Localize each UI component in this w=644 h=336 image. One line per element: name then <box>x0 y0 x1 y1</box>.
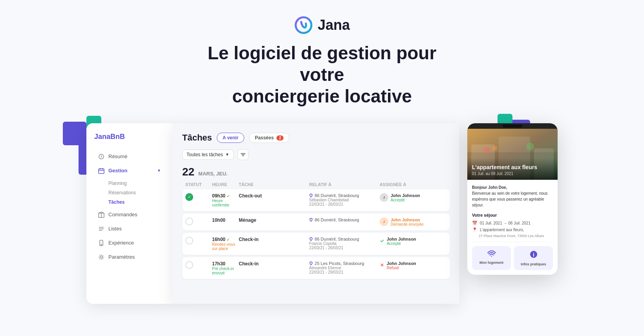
col-assignee: Assignée à <box>380 182 447 187</box>
table-row[interactable]: ✓ 09h30 ✓ Heure confirmée Check-out 86 D… <box>182 189 450 211</box>
location-icon <box>309 194 313 197</box>
sliders-icon <box>240 152 246 157</box>
calendar-icon <box>98 168 104 174</box>
svg-point-11 <box>484 147 490 153</box>
task-time-cell: 10h00 <box>212 217 236 223</box>
svg-point-5 <box>100 256 102 258</box>
brand-bnb: BnB <box>110 133 125 141</box>
sidebar-item-resume[interactable]: Résumé <box>94 150 165 163</box>
tasks-header: Tâches A venir Passées 2 <box>182 133 450 143</box>
page-header: Jana Le logiciel de gestion pour votre c… <box>185 16 459 108</box>
mon-logement-button[interactable]: Mon logement <box>472 246 511 270</box>
greeting-name: John Doe <box>488 185 506 190</box>
mobile-stay-address-row: 📍 L'appartement aux fleurs, 27 Place Mau… <box>472 227 553 238</box>
mobile-notch <box>503 124 522 128</box>
mobile-top-bar <box>467 123 558 129</box>
col-heure: Heure <box>212 182 236 187</box>
task-assignee-cell: John Johnson Accepté <box>380 237 447 246</box>
sidebar-item-experience[interactable]: Expérience <box>94 237 165 249</box>
mobile-greeting: Bonjour John Doe, Bienvenue au sein de v… <box>472 184 553 208</box>
calendar-small-icon: 📅 <box>472 221 478 226</box>
chevron-down-icon: ▼ <box>157 168 161 173</box>
infos-pratiques-label: Infos pratiques <box>521 262 546 266</box>
sidebar-item-taches[interactable]: Tâches <box>94 197 165 207</box>
sidebar-item-reservations[interactable]: Réservations <box>94 188 165 197</box>
table-row[interactable]: 10h00 Ménage 86 Duméril, Strasbourg J Jo… <box>182 214 450 230</box>
task-assignee-cell: J John Johnson Accepté <box>380 193 447 202</box>
task-time-cell: 16h00 ✓ Rendez-vous sur place <box>212 237 236 251</box>
col-relatif: Relatif à <box>309 182 376 187</box>
sidebar-label-parametres: Paramètres <box>108 254 135 260</box>
status-done-icon: ✓ <box>185 193 193 201</box>
logo-row: Jana <box>294 16 350 35</box>
svg-point-14 <box>491 256 492 256</box>
tasks-table-header: Statut Heure Tâche Relatif à Assignée à <box>182 182 450 187</box>
task-name-cell: Ménage <box>239 217 306 223</box>
sidebar-label-experience: Expérience <box>108 240 134 246</box>
sidebar-label-resume: Résumé <box>108 153 127 159</box>
sidebar-item-listes[interactable]: Listes <box>94 223 165 235</box>
sidebar-label-gestion: Gestion <box>108 168 127 173</box>
sidebar-item-gestion[interactable]: Gestion ▼ <box>94 164 165 177</box>
clock-icon <box>98 153 104 160</box>
phone-icon <box>98 240 104 246</box>
sidebar-item-parametres[interactable]: Paramètres <box>94 251 165 263</box>
task-time-cell: 09h30 ✓ Heure confirmée <box>212 193 236 207</box>
filter-label: Toutes les tâches <box>187 152 223 157</box>
wifi-icon <box>487 250 496 259</box>
svg-point-4 <box>101 244 102 245</box>
infos-pratiques-button[interactable]: Infos pratiques <box>514 246 553 270</box>
info-icon <box>529 250 538 261</box>
tab-past[interactable]: Passées 2 <box>249 133 289 143</box>
task-name-cell: Check-in <box>239 261 306 267</box>
table-row[interactable]: 17h30 Pré check-in envoyé Check-in 25 Le… <box>182 257 450 279</box>
status-empty-icon <box>185 237 193 245</box>
task-location-cell: 86 Duméril, Strasbourg Francis Copolla 2… <box>309 237 376 250</box>
mobile-stay-address-name: L'appartement aux fleurs, <box>480 228 524 232</box>
filter-options-button[interactable] <box>238 149 249 160</box>
col-statut: Statut <box>185 182 209 187</box>
sidebar-label-reservations: Réservations <box>108 190 136 195</box>
logo-text: Jana <box>318 17 350 33</box>
filter-select[interactable]: Toutes les tâches ▼ <box>182 150 234 160</box>
location-icon <box>309 237 313 241</box>
sidebar-brand: JanaBnB <box>94 133 165 141</box>
task-assignee-cell: J John Johnson Demande envoyée <box>380 217 447 226</box>
mobile-stay-dates: 01 Juil. 2021 → 08 Juil. 2021 <box>480 221 531 225</box>
svg-point-13 <box>526 142 534 150</box>
date-header: 22 MARS, JEU. <box>182 166 450 178</box>
gear-icon <box>98 254 104 260</box>
mobile-hero-overlay: L'appartement aux fleurs 01 Juil. au 08 … <box>467 158 558 180</box>
table-row[interactable]: 16h00 ✓ Rendez-vous sur place Check-in 8… <box>182 233 450 255</box>
sidebar-item-commandes[interactable]: Commandes <box>94 208 165 221</box>
mobile-content: Bonjour John Doe, Bienvenue au sein de v… <box>467 180 558 275</box>
date-label: MARS, JEU. <box>198 171 227 177</box>
sidebar-label-planning: Planning <box>108 181 127 186</box>
task-name-cell: Check-out <box>239 193 306 199</box>
brand-jana: Jana <box>94 133 110 141</box>
mobile-action-buttons: Mon logement Infos pratiques <box>472 246 553 270</box>
task-location-cell: 86 Duméril, Strasbourg <box>309 217 376 222</box>
status-empty-icon <box>185 261 193 269</box>
filter-row: Toutes les tâches ▼ <box>182 149 450 160</box>
tab-past-label: Passées <box>255 135 274 141</box>
svg-rect-1 <box>99 169 104 173</box>
tasks-title: Tâches <box>182 133 212 143</box>
col-tache: Tâche <box>239 182 306 187</box>
sidebar-label-listes: Listes <box>108 226 122 232</box>
mobile-stay-dates-row: 📅 01 Juil. 2021 → 08 Juil. 2021 <box>472 221 553 226</box>
main-content-mockup: Tâches A venir Passées 2 Toutes les tâch… <box>173 123 459 304</box>
svg-point-16 <box>533 252 534 253</box>
sidebar-item-planning[interactable]: Planning <box>94 179 165 188</box>
mobile-stay-address: 27 Place Maurice Front, 73550 Les Allues <box>472 234 553 238</box>
pin-small-icon: 📍 <box>472 227 478 232</box>
task-location-cell: 86 Duméril, Strasbourg Sébastien Chiambe… <box>309 193 376 206</box>
mon-logement-label: Mon logement <box>479 261 503 265</box>
task-assignee-cell: John Johnson Refusé <box>380 261 447 270</box>
tab-upcoming[interactable]: A venir <box>217 133 244 143</box>
mockup-area: JanaBnB Résumé Gestion ▼ Planning Réserv… <box>86 123 558 304</box>
sidebar-label-taches: Tâches <box>108 199 124 205</box>
status-empty-icon <box>185 217 193 225</box>
mobile-apartment-name: L'appartement aux fleurs <box>472 164 553 171</box>
sidebar-label-commandes: Commandes <box>108 212 137 217</box>
